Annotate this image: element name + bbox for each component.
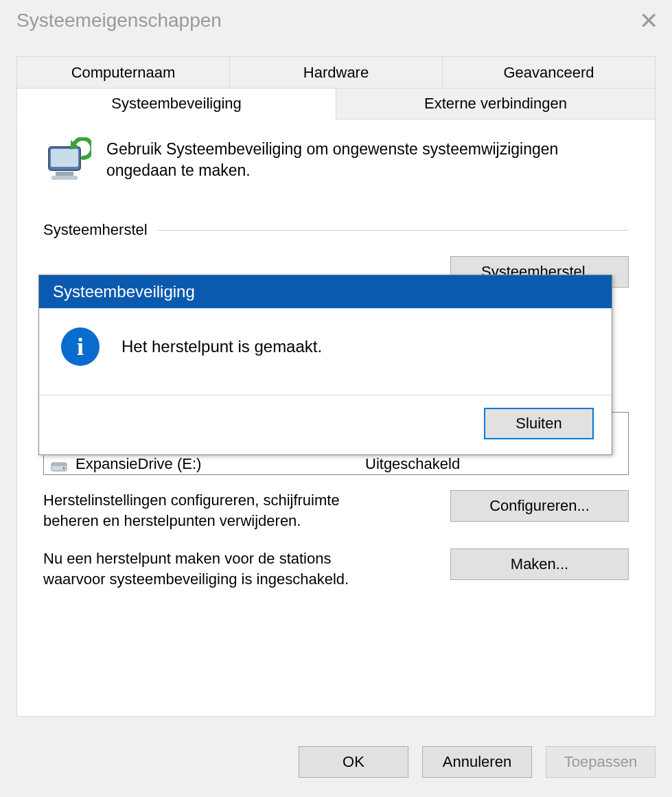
intro-text: Gebruik Systeembeveiliging om ongewenste… — [106, 137, 629, 181]
dialog-buttons: OK Annuleren Toepassen — [299, 746, 656, 778]
modal-footer: Sluiten — [39, 395, 612, 454]
close-icon[interactable]: ✕ — [639, 9, 658, 32]
tab-label: Geavanceerd — [503, 64, 594, 82]
configure-text: Herstelinstellingen configureren, schijf… — [43, 490, 373, 531]
tab-hardware[interactable]: Hardware — [230, 56, 443, 88]
tab-row-1: Computernaam Hardware Geavanceerd — [16, 56, 656, 88]
modal-close-button[interactable]: Sluiten — [484, 408, 594, 439]
drive-state: Uitgeschakeld — [358, 455, 621, 473]
window-title: Systeemeigenschappen — [16, 10, 222, 32]
system-properties-window: Systeemeigenschappen ✕ Computernaam Hard… — [0, 0, 672, 797]
modal-body: i Het herstelpunt is gemaakt. — [39, 308, 612, 395]
svg-rect-1 — [51, 149, 78, 167]
group-separator — [157, 230, 629, 231]
tab-label: Computernaam — [71, 64, 176, 82]
svg-rect-3 — [51, 176, 78, 180]
titlebar: Systeemeigenschappen ✕ — [0, 0, 672, 41]
tab-remote-connections[interactable]: Externe verbindingen — [336, 88, 656, 119]
tab-row-2: Systeembeveiliging Externe verbindingen — [16, 88, 656, 119]
tab-label: Systeembeveiliging — [111, 95, 242, 113]
svg-point-14 — [63, 467, 65, 470]
create-button[interactable]: Maken... — [450, 548, 629, 580]
info-icon: i — [61, 327, 100, 366]
drive-row[interactable]: ExpansieDrive (E:) Uitgeschakeld — [44, 454, 628, 474]
configure-row: Herstelinstellingen configureren, schijf… — [43, 490, 629, 531]
tab-label: Externe verbindingen — [424, 95, 567, 113]
svg-rect-13 — [51, 463, 67, 466]
modal-message: Het herstelpunt is gemaakt. — [121, 337, 322, 356]
modal-title: Systeembeveiliging — [39, 275, 612, 308]
ok-button[interactable]: OK — [299, 746, 408, 778]
configure-button[interactable]: Configureren... — [450, 490, 629, 522]
tab-system-protection[interactable]: Systeembeveiliging — [16, 88, 336, 119]
group-title: Systeemherstel — [43, 221, 148, 239]
cancel-button[interactable]: Annuleren — [422, 746, 532, 778]
create-row: Nu een herstelpunt maken voor de station… — [43, 548, 629, 589]
system-protection-icon — [43, 137, 91, 185]
apply-button: Toepassen — [546, 746, 656, 778]
svg-rect-2 — [56, 172, 73, 176]
tab-advanced[interactable]: Geavanceerd — [443, 56, 656, 88]
intro: Gebruik Systeembeveiliging om ongewenste… — [43, 137, 629, 185]
drive-name: ExpansieDrive (E:) — [76, 455, 350, 473]
tab-computername[interactable]: Computernaam — [16, 56, 230, 88]
drive-icon — [51, 456, 67, 472]
group-system-restore: Systeemherstel — [43, 221, 629, 239]
restore-point-created-dialog: Systeembeveiliging i Het herstelpunt is … — [38, 275, 612, 455]
tab-label: Hardware — [303, 64, 369, 82]
create-text: Nu een herstelpunt maken voor de station… — [43, 548, 373, 589]
